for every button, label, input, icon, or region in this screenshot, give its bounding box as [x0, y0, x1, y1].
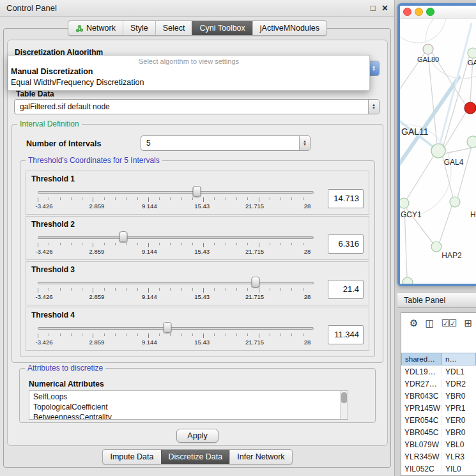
- threshold-slider[interactable]: -3.4262.8599.14415.4321.71528: [31, 231, 320, 257]
- number-of-intervals-select[interactable]: 5 ▲▼: [141, 135, 311, 151]
- node-label: GAL4: [444, 158, 464, 167]
- network-edge[interactable]: [428, 54, 437, 144]
- column-header-shared[interactable]: shared…: [401, 353, 442, 365]
- table-cell: YBR043C: [401, 392, 442, 401]
- threshold-block: Threshold 2-3.4262.8599.14415.4321.71528…: [26, 216, 369, 260]
- slider-scale: -3.4262.8599.14415.4321.71528: [38, 293, 314, 301]
- node-label: GCY1: [401, 210, 422, 219]
- network-node[interactable]: [400, 198, 409, 208]
- threshold-slider[interactable]: -3.4262.8599.14415.4321.71528: [31, 185, 320, 212]
- tab-infer-network[interactable]: Infer Network: [229, 450, 291, 464]
- grid-icon[interactable]: ⊞: [464, 318, 472, 328]
- network-edge[interactable]: [440, 206, 452, 242]
- combo-value: 5: [141, 139, 299, 148]
- threshold-row: -3.4262.8599.14415.4321.7152811.344: [31, 321, 364, 348]
- threshold-value-field[interactable]: 21.4: [328, 280, 364, 299]
- table-row[interactable]: YDR27…YDR2: [401, 378, 476, 390]
- network-node[interactable]: [431, 242, 441, 252]
- threshold-value-field[interactable]: 6.316: [328, 234, 364, 254]
- network-node[interactable]: [423, 44, 433, 54]
- slider-thumb[interactable]: [164, 322, 172, 333]
- threshold-slider[interactable]: -3.4262.8599.14415.4321.71528: [31, 321, 320, 348]
- slider-major-ticks: [38, 334, 314, 338]
- tab-cyni-toolbox[interactable]: Cyni Toolbox: [192, 21, 252, 35]
- table-rows: YDL19…YDL1YDR27…YDR2YBR043CYBR0YPR145WYP…: [401, 365, 476, 475]
- tab-jactivemnodules[interactable]: jActiveMNodules: [252, 21, 326, 35]
- slider-thumb[interactable]: [252, 277, 260, 288]
- table-row[interactable]: YER054CYER0: [401, 414, 476, 426]
- apply-button[interactable]: Apply: [176, 429, 219, 443]
- table-row[interactable]: YPR145WYPR1: [401, 402, 476, 414]
- settings-gear-icon[interactable]: ⚙: [410, 318, 417, 328]
- tab-style[interactable]: Style: [123, 21, 155, 35]
- threshold-value-field[interactable]: 14.713: [328, 189, 364, 208]
- zoom-traffic-light-icon[interactable]: [426, 8, 434, 16]
- scale-tick-label: 9.144: [142, 248, 157, 255]
- tab-label: Cyni Toolbox: [199, 24, 245, 33]
- numerical-attributes-list[interactable]: SelfLoopsTopologicalCoefficientBetweenne…: [29, 390, 348, 420]
- network-node[interactable]: [464, 102, 476, 114]
- network-node[interactable]: [431, 144, 445, 158]
- tab-label: Select: [163, 24, 185, 33]
- tab-discretize-data[interactable]: Discretize Data: [161, 450, 230, 464]
- table-row[interactable]: YBR043CYBR0: [401, 390, 476, 402]
- network-edge[interactable]: [443, 58, 469, 146]
- network-edge[interactable]: [445, 148, 473, 153]
- tab-select[interactable]: Select: [155, 21, 192, 35]
- slider-major-ticks: [38, 243, 314, 247]
- table-header-row: shared…n…: [401, 353, 476, 365]
- tab-impute-data[interactable]: Impute Data: [103, 450, 160, 464]
- threshold-block: Threshold 1-3.4262.8599.14415.4321.71528…: [26, 171, 369, 215]
- close-traffic-light-icon[interactable]: [403, 8, 411, 16]
- list-item[interactable]: TopologicalCoefficient: [33, 402, 348, 412]
- slider-thumb[interactable]: [193, 186, 201, 197]
- select-columns-icon[interactable]: ☑☑: [441, 318, 456, 328]
- close-icon[interactable]: ×: [382, 3, 388, 13]
- table-cell: YDL19…: [401, 367, 442, 376]
- table-cell: YPR145W: [401, 404, 442, 413]
- scale-tick-label: 21.715: [245, 248, 264, 255]
- threshold-row: -3.4262.8599.14415.4321.715286.316: [31, 231, 364, 257]
- scrollbar[interactable]: [340, 391, 348, 419]
- bottom-tab-row: Impute DataDiscretize DataInfer Network: [0, 449, 395, 464]
- list-item[interactable]: BetweennessCentrality: [33, 412, 348, 420]
- threshold-slider[interactable]: -3.4262.8599.14415.4321.71528: [31, 276, 320, 303]
- table-row[interactable]: YBR045CYBR0: [401, 426, 476, 438]
- network-node[interactable]: [403, 277, 413, 284]
- table-cell: YDR2: [442, 380, 476, 388]
- threshold-value-field[interactable]: 11.344: [328, 325, 364, 344]
- attributes-legend: Attributes to discretize: [25, 364, 105, 372]
- slider-scale: -3.4262.8599.14415.4321.71528: [38, 339, 314, 346]
- table-row[interactable]: YIL052CYIL0: [401, 463, 476, 475]
- table-row[interactable]: YLR345WYLR3: [401, 450, 476, 463]
- table-cell: YBL0: [442, 440, 476, 449]
- network-node[interactable]: [467, 136, 476, 148]
- columns-icon[interactable]: ◫: [425, 318, 433, 328]
- network-edge[interactable]: [440, 24, 472, 145]
- table-panel-title: Table Panel: [404, 296, 445, 305]
- network-node[interactable]: [450, 197, 460, 207]
- float-window-icon[interactable]: □: [371, 4, 376, 12]
- minimize-traffic-light-icon[interactable]: [415, 8, 423, 16]
- column-header-n[interactable]: n…: [442, 353, 476, 365]
- scrollbar-thumb[interactable]: [341, 392, 347, 403]
- table-data-select[interactable]: galFiltered.sif default node ▲▼: [14, 99, 380, 114]
- number-of-intervals-label: Number of Intervals: [26, 139, 101, 148]
- tab-network[interactable]: Network: [68, 21, 123, 35]
- network-node[interactable]: [468, 48, 476, 58]
- table-cell: YIL052C: [401, 464, 442, 473]
- table-row[interactable]: YDL19…YDL1: [401, 365, 476, 378]
- menu-item-equal-width-frequency-discretization[interactable]: Equal Width/Frequency Discretization: [8, 77, 369, 88]
- table-row[interactable]: YBL079WYBL0: [401, 438, 476, 450]
- list-item[interactable]: SelfLoops: [33, 392, 348, 402]
- node-label: GA: [468, 59, 476, 66]
- numerical-attributes-label: Numerical Attributes: [29, 380, 104, 388]
- table-data-label: Table Data: [16, 89, 54, 98]
- network-canvas[interactable]: GAL80GAGAL11GAL4GCY1HHAP2: [400, 19, 476, 284]
- tab-label: jActiveMNodules: [260, 24, 319, 33]
- network-edge[interactable]: [407, 157, 433, 199]
- tab-label: Style: [130, 24, 148, 33]
- slider-thumb[interactable]: [119, 231, 127, 242]
- tab-label: Network: [86, 24, 116, 33]
- menu-item-manual-discretization[interactable]: Manual Discretization: [8, 66, 369, 77]
